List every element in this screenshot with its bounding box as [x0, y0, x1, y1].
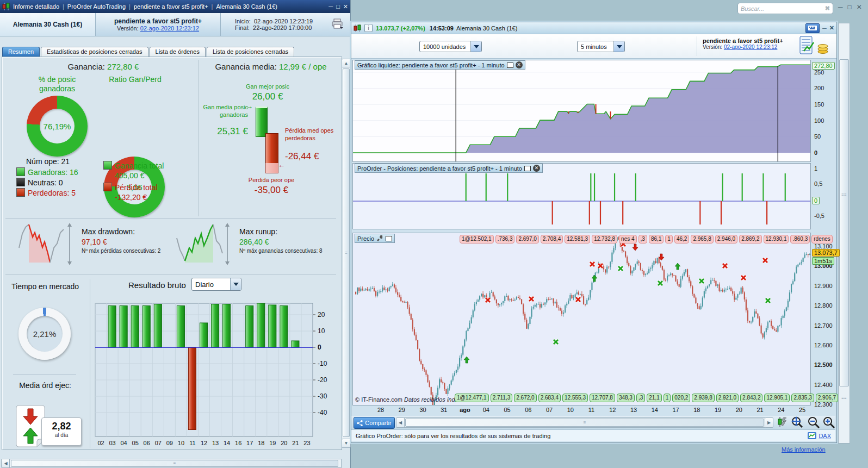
- countdown-badge: 1m51s: [812, 257, 834, 265]
- order-tag: 2.843,2: [740, 394, 762, 402]
- resultado-period-dropdown[interactable]: Diario: [191, 278, 241, 291]
- price-chart-tab[interactable]: Precio: [355, 234, 395, 243]
- order-tag: 2.869,2: [739, 235, 761, 244]
- green-swatch: [16, 167, 25, 176]
- runup-label: Max runup:: [239, 227, 277, 236]
- order-tag: 2.672,0: [514, 394, 536, 402]
- price-last-badge: 13.073,7: [812, 249, 840, 257]
- order-tag: 2.965,8: [691, 235, 713, 244]
- keyboard-icon[interactable]: [805, 23, 820, 33]
- order-tag: rdenes: [811, 235, 833, 244]
- minimize-icon[interactable]: ─: [838, 3, 843, 11]
- search-clear-icon[interactable]: ✖: [825, 5, 830, 12]
- report-list-icon[interactable]: [799, 36, 816, 55]
- black-swatch: [16, 178, 25, 186]
- order-tag: 1@12.477,1: [455, 394, 489, 402]
- win-percent-donut: 76,19%: [27, 96, 88, 157]
- svg-text:05: 05: [132, 440, 139, 446]
- timeframe-dropdown[interactable]: 5 minutos: [577, 41, 625, 52]
- gan-mejor-label: Gan mejor posic: [235, 83, 300, 90]
- order-tag: 12.930,1: [764, 235, 789, 244]
- toolbar-system-name: pendiente a favor st5 profit+: [703, 38, 803, 44]
- order-tag: 348,3: [617, 394, 635, 402]
- close-icon[interactable]: ✕: [857, 3, 862, 11]
- content-vertical-scrollbar[interactable]: ≡: [342, 67, 351, 440]
- chart-scroll-left[interactable]: ◀: [396, 417, 405, 428]
- chart-titlebar[interactable]: i 13.073,7 (+2,07%) 14:53:09 Alemania 30…: [351, 22, 836, 34]
- price-chart: [353, 233, 810, 405]
- inicio-label: Inicio:: [235, 18, 251, 24]
- detach-window-icon[interactable]: [386, 236, 392, 241]
- app-window-buttons[interactable]: ─□✕: [838, 3, 862, 11]
- svg-text:03: 03: [109, 440, 115, 446]
- coins-icon[interactable]: [817, 43, 829, 54]
- maximize-icon[interactable]: □: [848, 3, 852, 11]
- runup-value: 286,40 €: [239, 238, 269, 246]
- perd-med-label: Pérdida med opes perdedoras: [285, 127, 335, 142]
- close-pane-icon[interactable]: ✕: [516, 61, 523, 68]
- chart-minimize-icon[interactable]: ─: [822, 25, 827, 32]
- zoom-out-icon[interactable]: [807, 416, 820, 429]
- order-labels-bottom: 1@12.477,12.711,32.672,02.683,412.555,31…: [455, 394, 838, 402]
- outer-vertical-scrollbar[interactable]: ≡≡ ≡≡: [838, 23, 850, 444]
- dax-link[interactable]: DAX: [819, 433, 831, 439]
- content-scroll-down[interactable]: ▼: [342, 439, 351, 448]
- date-tick: 13: [627, 407, 640, 413]
- last-price: 13.073,7 (+2,07%): [376, 25, 425, 32]
- tab-lista-ordenes[interactable]: Lista de órdenes: [150, 47, 206, 57]
- positions-chart-tab[interactable]: ProOrder - Posiciones: pendiente a favor…: [355, 164, 543, 173]
- dropdown-arrow-icon[interactable]: [470, 41, 481, 52]
- media-ord-value: 2,82: [42, 421, 81, 432]
- tiempo-value: 2,21%: [33, 329, 57, 339]
- perd-med-arrow-icon: ←: [278, 161, 285, 169]
- detach-window-icon[interactable]: [507, 63, 513, 68]
- tab-resumen[interactable]: Resumen: [2, 47, 40, 57]
- svg-text:10: 10: [318, 327, 325, 335]
- date-tick: 19: [711, 407, 724, 413]
- order-tag: 2.711,3: [491, 394, 513, 402]
- tab-lista-posiciones[interactable]: Lista de posiciones cerradas: [207, 47, 294, 57]
- detach-window-icon[interactable]: [524, 166, 531, 171]
- zoom-fit-icon[interactable]: [790, 416, 804, 429]
- report-titlebar[interactable]: Informe detallado| ProOrder AutoTrading|…: [0, 0, 350, 13]
- svg-text:20: 20: [281, 440, 287, 446]
- version-link[interactable]: 02-ago-2020 12:23:12: [140, 25, 199, 32]
- perd-med-value: -26,44 €: [285, 151, 339, 161]
- order-tag: 21,1: [647, 394, 661, 402]
- chart-close-icon[interactable]: ✕: [829, 24, 834, 32]
- order-tag: 2.683,4: [538, 394, 561, 402]
- date-tick: 30: [417, 407, 430, 413]
- desktop-search[interactable]: Buscar... ✖: [737, 3, 833, 14]
- dax-chart-icon: [808, 432, 816, 439]
- toolbar-version-label: Versión:: [703, 44, 722, 50]
- legend-ganancia-total: Ganancia total 405,00 €: [103, 161, 164, 180]
- report-close-icon[interactable]: ✕: [343, 3, 348, 10]
- info-icon[interactable]: i: [364, 24, 373, 32]
- wrench-icon[interactable]: [376, 235, 383, 242]
- close-pane-icon[interactable]: ✕: [533, 165, 540, 172]
- equity-chart-tab[interactable]: Gráfico liquidez: pendiente a favor st5 …: [355, 60, 525, 70]
- dropdown-arrow-icon[interactable]: [230, 278, 241, 290]
- content-horizontal-scrollbar[interactable]: ≡: [9, 459, 342, 468]
- order-tag: 2.835,3: [791, 394, 814, 402]
- dropdown-arrow-icon[interactable]: [613, 41, 624, 52]
- report-maximize-icon[interactable]: □: [336, 3, 340, 10]
- order-tag: 12.707,8: [590, 394, 615, 402]
- chart-horizontal-scrollbar[interactable]: ≡: [404, 417, 765, 428]
- toolbar-version-link[interactable]: 02-ago-2020 12:23:12: [724, 44, 777, 50]
- zoom-in-icon[interactable]: [822, 416, 835, 429]
- printer-icon[interactable]: [332, 18, 344, 29]
- mas-informacion-link[interactable]: Más información: [782, 446, 826, 453]
- report-minimize-icon[interactable]: ─: [328, 3, 333, 10]
- search-input[interactable]: Buscar...: [741, 5, 825, 12]
- order-tag: 12.555,3: [562, 394, 588, 402]
- share-button[interactable]: Compartir: [354, 417, 395, 429]
- order-tag: 2.697,0: [516, 235, 538, 244]
- tab-estadisticas[interactable]: Estadísticas de posiciones cerradas: [41, 47, 148, 57]
- units-dropdown[interactable]: 10000 unidades: [419, 41, 482, 52]
- chart-style-tool-icon[interactable]: [777, 416, 788, 428]
- ganancia-media-headline: Ganancia media: 12,99 € / ope: [202, 62, 339, 71]
- date-tick: 11: [585, 407, 598, 413]
- chart-scroll-right[interactable]: ▶: [765, 417, 773, 428]
- svg-text:-30: -30: [318, 392, 327, 400]
